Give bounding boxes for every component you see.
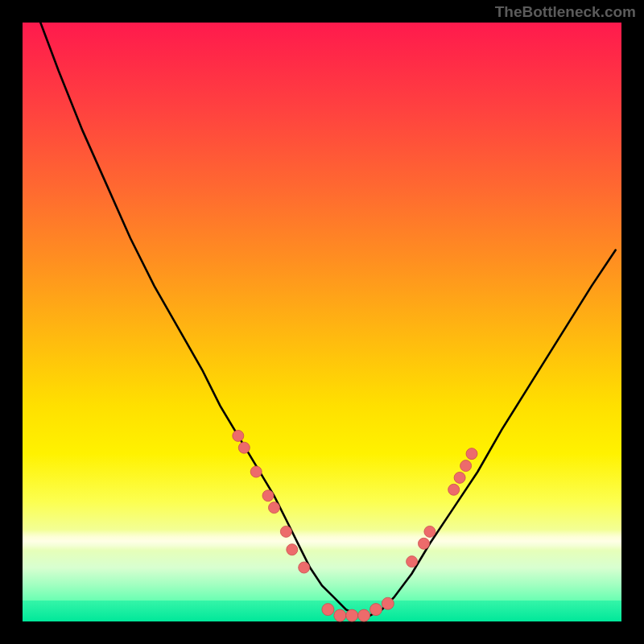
curve-marker <box>299 562 310 573</box>
curve-marker <box>250 466 262 477</box>
curve-marker <box>322 604 334 616</box>
curve-marker <box>466 448 477 460</box>
curve-marker <box>448 484 460 495</box>
curve-marker <box>454 472 465 483</box>
plot-area <box>23 23 621 621</box>
curve-marker <box>407 556 418 568</box>
curve-marker <box>346 609 358 621</box>
curve-marker <box>460 460 472 472</box>
curve-marker <box>269 502 280 514</box>
curve-marker <box>419 538 430 549</box>
curve-marker <box>334 609 346 621</box>
attribution-text: TheBottleneck.com <box>495 3 636 21</box>
curve-marker <box>424 526 436 537</box>
curve-marker <box>262 490 274 502</box>
curve-marker <box>287 544 298 555</box>
curve-marker <box>358 609 370 621</box>
bottleneck-curve-svg <box>23 23 621 621</box>
bottleneck-curve <box>40 23 615 616</box>
curve-marker <box>233 430 244 441</box>
curve-marker <box>280 526 291 537</box>
curve-marker <box>382 597 394 609</box>
curve-marker <box>370 604 382 616</box>
chart-frame: TheBottleneck.com <box>0 0 644 644</box>
curve-marker <box>238 442 250 453</box>
